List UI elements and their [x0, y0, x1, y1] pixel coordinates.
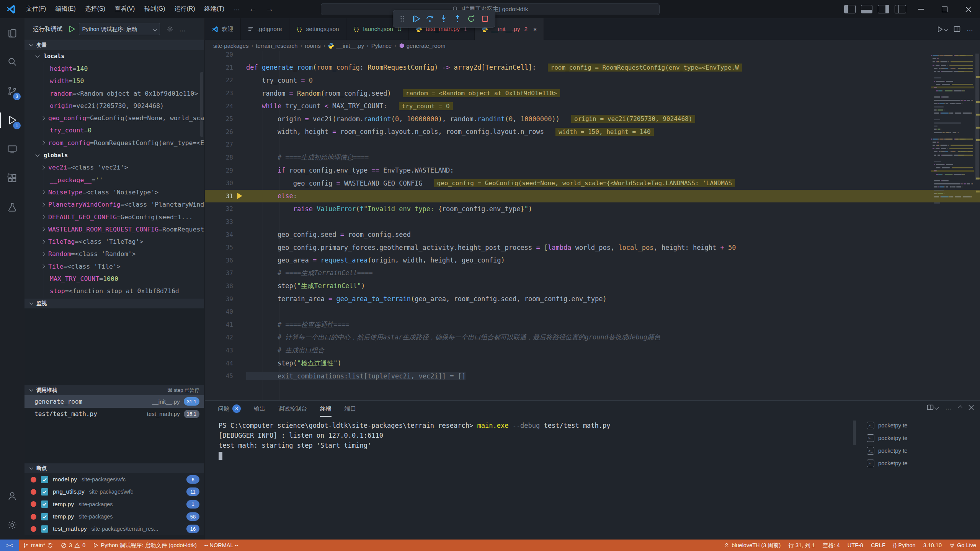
more-actions-icon[interactable]: … [179, 25, 186, 33]
menu-终端(T)[interactable]: 终端(T) [200, 3, 229, 15]
menu-文件(F)[interactable]: 文件(F) [21, 3, 51, 15]
stop-button[interactable] [478, 12, 492, 26]
variable-row[interactable]: vec2i = <class 'vec2i'> [24, 161, 204, 174]
variable-row[interactable]: try_count = 0 [24, 124, 204, 137]
tab-settings.json[interactable]: {}settings.json [289, 18, 346, 40]
nav-back-button[interactable]: ← [244, 5, 261, 13]
activity-account[interactable] [0, 481, 24, 510]
run-editor-action[interactable] [936, 26, 947, 33]
close-panel-icon[interactable] [969, 405, 974, 410]
variable-row[interactable]: Tile = <class 'Tile'> [24, 260, 204, 272]
terminal-instance[interactable]: >_pocketpy te [863, 432, 978, 444]
go-live[interactable]: Go Live [946, 542, 980, 548]
callstack-frame[interactable]: generate_room__init__.py31:1 [24, 395, 204, 408]
window-close-button[interactable] [956, 0, 980, 18]
breakpoint-row[interactable]: temp.pysite-packages58 [24, 510, 204, 523]
indentation[interactable]: 空格: 4 [819, 542, 844, 549]
problems[interactable]: 30 [57, 540, 89, 551]
tab-close-icon[interactable]: × [533, 26, 537, 33]
terminal-output[interactable]: PS C:\computer_science\godot-ldtk\site-p… [219, 421, 854, 536]
menu-转到(G)[interactable]: 转到(G) [139, 3, 170, 15]
new-terminal-icon[interactable] [927, 404, 938, 411]
breakpoint-checkbox[interactable] [41, 500, 48, 508]
git-branch[interactable]: main* [19, 540, 57, 551]
panel-tab-输出[interactable]: 输出 [254, 401, 265, 417]
sidebar-scrollbar[interactable] [200, 72, 203, 137]
activity-extensions[interactable] [0, 164, 24, 193]
debug-config-dropdown[interactable]: Python 调试程序: 启动 [79, 23, 160, 35]
step-into-button[interactable] [437, 12, 451, 26]
debug-status[interactable]: Python 调试程序: 启动文件 (godot-ldtk) [89, 540, 201, 551]
toggle-sidebar-icon[interactable] [844, 5, 856, 13]
menu-运行(R)[interactable]: 运行(R) [170, 3, 200, 15]
variable-row[interactable]: MAX_TRY_COUNT = 1000 [24, 272, 204, 285]
panel-tab-调试控制台[interactable]: 调试控制台 [278, 401, 307, 417]
panel-tab-终端[interactable]: 终端 [320, 401, 332, 417]
breakpoint-row[interactable]: test_math.pysite-packages\terrain_res...… [24, 523, 204, 535]
toggle-secondary-sidebar-icon[interactable] [878, 5, 889, 13]
activity-testing[interactable] [0, 193, 24, 222]
variable-row[interactable]: width = 150 [24, 75, 204, 87]
variable-row[interactable]: stop = <function stop at 0x1bf8d716d [24, 285, 204, 297]
terminal-instance[interactable]: >_pocketpy te [863, 457, 978, 469]
breadcrumb[interactable]: site-packages›terrain_research›rooms›__i… [205, 40, 980, 51]
terminal-instance[interactable]: >_pocketpy te [863, 444, 978, 457]
variable-row[interactable]: __package__ = '' [24, 174, 204, 186]
variable-row[interactable]: room_config = RoomRequestConfig(env_type… [24, 137, 204, 149]
vim-mode[interactable]: -- NORMAL -- [201, 540, 242, 551]
breakpoint-checkbox[interactable] [41, 513, 48, 520]
variable-row[interactable]: random = <Random object at 0x1bf9d01e110… [24, 87, 204, 99]
terminal-instance[interactable]: >_pocketpy te [863, 419, 978, 432]
window-minimize-button[interactable] [909, 0, 933, 18]
menu-…[interactable]: … [229, 3, 244, 15]
variable-row[interactable]: TileTag = <class 'TileTag'> [24, 235, 204, 248]
breakpoint-checkbox[interactable] [41, 488, 48, 496]
code-editor[interactable]: 2021def generate_room(room_config: RoomR… [205, 51, 980, 400]
activity-run-debug[interactable]: 1 [0, 106, 24, 135]
scope-row[interactable]: globals [24, 149, 204, 161]
breadcrumb-item[interactable]: __init__.py [328, 42, 364, 49]
breadcrumb-item[interactable]: generate_room [399, 42, 446, 49]
variables-section-header[interactable]: 变量 [24, 40, 204, 50]
more-editor-action[interactable]: … [967, 25, 973, 33]
activity-remote-explorer[interactable] [0, 135, 24, 164]
activity-settings[interactable] [0, 510, 24, 540]
eol[interactable]: CRLF [867, 542, 889, 548]
remote-indicator[interactable]: >< [0, 540, 19, 551]
nav-forward-button[interactable]: → [261, 5, 278, 13]
activity-search[interactable] [0, 47, 24, 77]
breadcrumb-item[interactable]: site-packages [213, 42, 249, 49]
tab-欢迎[interactable]: 欢迎 [205, 18, 241, 40]
maximize-panel-icon[interactable] [958, 405, 962, 409]
continue-button[interactable] [409, 12, 423, 26]
split-editor-action[interactable] [954, 26, 960, 33]
variable-row[interactable]: height = 140 [24, 62, 204, 75]
grip-button[interactable] [395, 12, 409, 26]
step-out-button[interactable] [451, 12, 464, 26]
activity-explorer[interactable] [0, 18, 24, 47]
restart-button[interactable] [464, 12, 478, 26]
debug-settings-gear-icon[interactable] [166, 25, 174, 33]
breakpoint-row[interactable]: model.pysite-packages\wfc6 [24, 473, 204, 486]
menu-编辑(E)[interactable]: 编辑(E) [51, 3, 80, 15]
breakpoint-row[interactable]: png_utils.pysite-packages\wfc11 [24, 486, 204, 498]
blame[interactable]: blueloveTH (3 周前) [720, 542, 784, 549]
breadcrumb-item[interactable]: rooms [305, 42, 321, 49]
language[interactable]: {} Python [889, 542, 920, 548]
toggle-panel-icon[interactable] [861, 5, 872, 13]
tab-.gdignore[interactable]: .gdignore [241, 18, 289, 40]
window-maximize-button[interactable] [933, 0, 956, 18]
breakpoint-row[interactable]: temp.pysite-packages1 [24, 498, 204, 510]
python-version[interactable]: 3.10.10 [920, 542, 946, 548]
panel-more-actions-icon[interactable]: … [945, 404, 952, 411]
panel-tab-问题[interactable]: 问题3 [218, 401, 241, 417]
editor-scrollbar[interactable] [975, 54, 979, 180]
variable-row[interactable]: PlanetaryWindConfig = <class 'PlanetaryW… [24, 199, 204, 211]
watch-section-header[interactable]: 监视 [24, 298, 204, 308]
breakpoint-checkbox[interactable] [41, 525, 48, 533]
breakpoints-section-header[interactable]: 断点 [24, 463, 204, 473]
minimap[interactable] [931, 51, 974, 212]
cursor-position[interactable]: 行 31, 列 1 [784, 542, 818, 549]
variable-row[interactable]: WASTELAND_ROOM_REQUEST_CONFIG = RoomRequ… [24, 223, 204, 235]
variable-row[interactable]: geo_config = GeoConfig(seed=None, world_… [24, 112, 204, 124]
